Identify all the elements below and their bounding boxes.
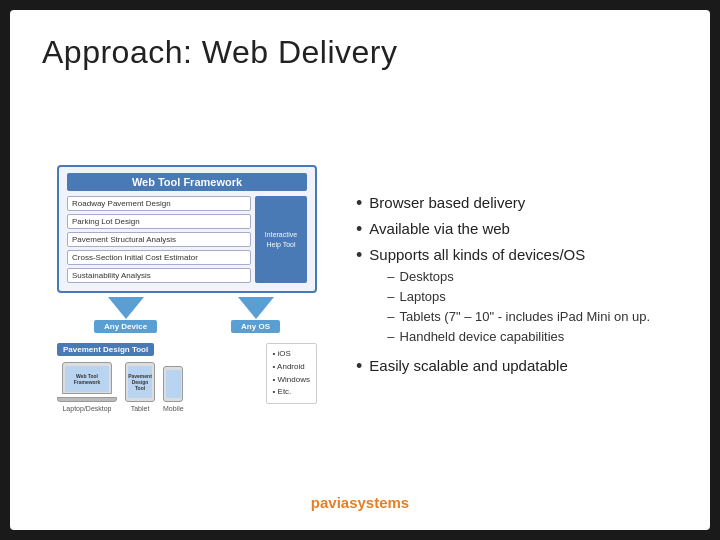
list-item: Roadway Pavement Design: [67, 196, 251, 211]
laptop-label: Laptop/Desktop: [62, 405, 111, 412]
sub-list: – Desktops – Laptops – Tablets (7" – 10"…: [387, 269, 650, 346]
laptop-shape: Web ToolFramework: [62, 362, 112, 394]
bullet-item-3: • Supports all kinds of devices/OS – Des…: [356, 245, 678, 350]
tablet-text: PavementDesignTool: [128, 373, 152, 391]
framework-title: Web Tool Framework: [67, 173, 307, 191]
devices-row: Pavement Design Tool Web ToolFramework L…: [57, 343, 260, 412]
sub-dash: –: [387, 289, 394, 306]
os-item: • Android: [273, 361, 310, 374]
sub-dash: –: [387, 269, 394, 286]
sub-item-tablets: – Tablets (7" – 10" - includes iPad Mini…: [387, 309, 650, 326]
interactive-help-box: Interactive Help Tool: [255, 196, 307, 283]
tablet-label: Tablet: [131, 405, 150, 412]
bullet-text-3: Supports all kinds of devices/OS – Deskt…: [369, 245, 650, 350]
bullet-item-2: • Available via the web: [356, 219, 678, 239]
sub-text: Handheld device capabilities: [400, 329, 565, 346]
tablet-shape: PavementDesignTool: [125, 362, 155, 402]
footer-brand: paviasystems: [311, 494, 409, 511]
laptop-base: [57, 397, 117, 402]
sub-text: Desktops: [400, 269, 454, 286]
tablet-device: PavementDesignTool Tablet: [125, 362, 155, 412]
diagram-area: Web Tool Framework Roadway Pavement Desi…: [42, 89, 332, 488]
content-area: • Browser based delivery • Available via…: [356, 89, 678, 488]
sub-item-desktops: – Desktops: [387, 269, 650, 286]
bullet-dot: •: [356, 246, 362, 350]
brand-prefix: pavia: [311, 494, 349, 511]
slide-title: Approach: Web Delivery: [42, 34, 678, 71]
laptop-device: Web ToolFramework Laptop/Desktop: [57, 362, 117, 412]
tablet-screen: PavementDesignTool: [128, 366, 152, 398]
os-item: • Windows: [273, 374, 310, 387]
sub-item-laptops: – Laptops: [387, 289, 650, 306]
list-item: Cross-Section Initial Cost Estimator: [67, 250, 251, 265]
laptop-screen: Web ToolFramework: [65, 366, 109, 392]
list-item: Parking Lot Design: [67, 214, 251, 229]
list-item: Sustainability Analysis: [67, 268, 251, 283]
bullet-dot: •: [356, 357, 362, 376]
slide-body: Web Tool Framework Roadway Pavement Desi…: [42, 89, 678, 488]
mobile-shape: [163, 366, 183, 402]
bullet-text-2: Available via the web: [369, 219, 510, 239]
mobile-device: Mobile: [163, 366, 184, 412]
sub-text: Tablets (7" – 10" - includes iPad Mini o…: [400, 309, 651, 326]
any-os-label: Any OS: [231, 320, 280, 333]
bullet-item-4: • Easily scalable and updatable: [356, 356, 678, 376]
framework-list: Roadway Pavement Design Parking Lot Desi…: [67, 196, 251, 283]
os-item: • Etc.: [273, 386, 310, 399]
sub-item-handheld: – Handheld device capabilities: [387, 329, 650, 346]
os-item: • iOS: [273, 348, 310, 361]
laptop-screen-text: Web ToolFramework: [74, 373, 101, 385]
arrow-any-os: [238, 297, 274, 319]
framework-rows: Roadway Pavement Design Parking Lot Desi…: [67, 196, 307, 283]
pavement-tool-label: Pavement Design Tool: [57, 343, 154, 356]
bottom-row: Pavement Design Tool Web ToolFramework L…: [57, 341, 317, 412]
framework-box: Web Tool Framework Roadway Pavement Desi…: [57, 165, 317, 293]
sub-dash: –: [387, 309, 394, 326]
bullet-item-1: • Browser based delivery: [356, 193, 678, 213]
any-device-label: Any Device: [94, 320, 157, 333]
slide: Approach: Web Delivery Web Tool Framewor…: [10, 10, 710, 530]
bullet-dot: •: [356, 220, 362, 239]
bullet-text-4: Easily scalable and updatable: [369, 356, 567, 376]
list-item: Pavement Structural Analysis: [67, 232, 251, 247]
bullet-list: • Browser based delivery • Available via…: [356, 193, 678, 383]
bullet-dot: •: [356, 194, 362, 213]
arrow-any-device: [108, 297, 144, 319]
bullet-text-1: Browser based delivery: [369, 193, 525, 213]
brand-suffix: systems: [349, 494, 409, 511]
slide-footer: paviasystems: [42, 488, 678, 512]
arrows-row: Any Device Any OS: [57, 297, 317, 333]
mobile-screen: [166, 370, 181, 398]
os-list-box: • iOS • Android • Windows • Etc.: [266, 343, 317, 404]
sub-dash: –: [387, 329, 394, 346]
sub-text: Laptops: [400, 289, 446, 306]
mobile-label: Mobile: [163, 405, 184, 412]
